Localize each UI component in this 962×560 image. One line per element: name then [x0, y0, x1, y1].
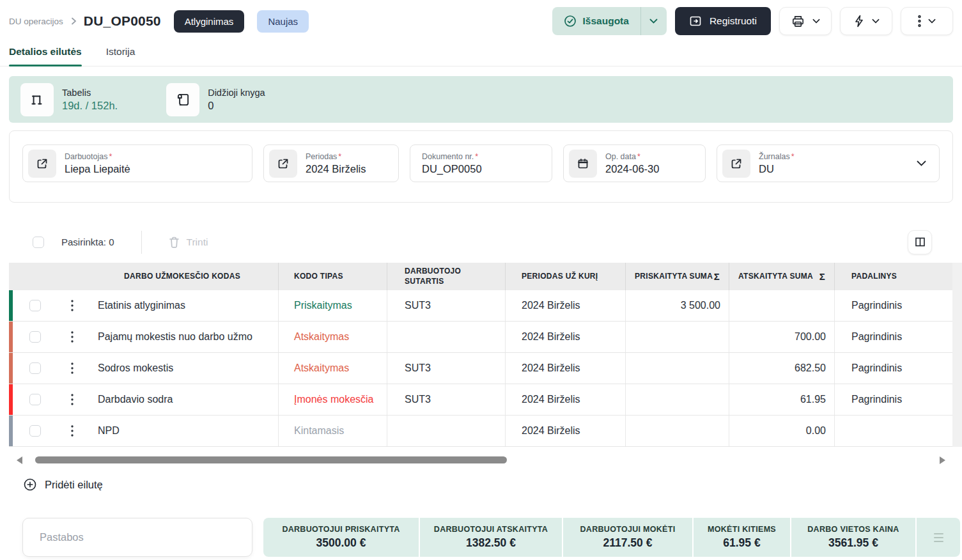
automation-dropdown-button[interactable]: [840, 7, 892, 35]
tab-history[interactable]: Istorija: [106, 40, 136, 66]
row-menu-button[interactable]: [58, 416, 86, 446]
field-texts: Periodas* 2024 Birželis: [306, 152, 366, 175]
register-button[interactable]: Registruoti: [675, 7, 771, 35]
row-checkbox[interactable]: [29, 425, 41, 437]
table-row: Sodros mokestis Atskaitymas SUT3 2024 Bi…: [9, 353, 952, 384]
cell-accrued: [625, 353, 729, 384]
employee-field-value: Liepa Liepaitė: [65, 163, 130, 175]
lightning-icon: [853, 15, 865, 27]
ledger-texts: Didžioji knyga 0: [208, 88, 265, 112]
table-row: Darbdavio sodra Įmonės mokesčia SUT3 202…: [9, 384, 952, 416]
cell-type: Priskaitymas: [278, 290, 387, 321]
document-number-label: Dokumento nr.*: [422, 152, 482, 161]
column-header-code: Darbo užmokesčio kodas: [86, 263, 278, 290]
summary-employee-deducted: DARBUOTOJUI ATSKAITYTA 1382.50 €: [420, 518, 562, 557]
period-field-value: 2024 Birželis: [306, 163, 366, 175]
breadcrumb-parent-link[interactable]: DU operacijos: [9, 17, 63, 26]
timesheet-value: 19d. / 152h.: [62, 100, 118, 112]
sum-icon: Σ: [714, 270, 720, 283]
row-menu-button[interactable]: [58, 384, 86, 415]
add-row-label: Pridėti eilutę: [45, 479, 103, 491]
cell-code: Darbdavio sodra: [86, 384, 278, 415]
cell-contract: SUT3: [387, 290, 505, 321]
cell-accrued: [625, 322, 729, 352]
operation-date-field[interactable]: Op. data* 2024-06-30: [563, 144, 706, 182]
scroll-right-arrow[interactable]: [940, 456, 945, 464]
cell-department: Pagrindinis: [834, 322, 952, 352]
journal-field-value: DU: [759, 163, 795, 175]
topbar-left: DU operacijos DU_OP0050 Atlyginimas Nauj…: [9, 10, 309, 33]
row-checkbox[interactable]: [29, 394, 41, 405]
register-icon: [689, 15, 702, 27]
row-menu-button[interactable]: [58, 353, 86, 384]
kebab-menu-icon: [918, 15, 921, 27]
cell-department: [834, 416, 952, 446]
column-header-type: Kodo tipas: [278, 263, 387, 290]
scroll-left-arrow[interactable]: [17, 456, 22, 464]
journal-field[interactable]: Žurnalas* DU: [717, 144, 940, 182]
saved-split-button: Išsaugota: [552, 7, 667, 35]
saved-button[interactable]: Išsaugota: [552, 15, 640, 27]
calendar-icon: [569, 150, 597, 178]
timesheet-info-item[interactable]: Tabelis 19d. / 152h.: [20, 83, 118, 116]
chevron-down-icon: [872, 19, 880, 24]
table-overflow-gutter: [952, 263, 962, 447]
external-link-icon: [722, 150, 750, 178]
summary-drag-handle-icon[interactable]: [917, 518, 960, 557]
check-circle-icon: [564, 15, 577, 27]
header-spacer: [9, 263, 86, 290]
ledger-scroll-icon: [166, 83, 199, 116]
period-field[interactable]: Periodas* 2024 Birželis: [263, 144, 399, 182]
cell-period: 2024 Birželis: [505, 353, 625, 384]
row-checkbox[interactable]: [29, 362, 41, 374]
row-checkbox-cell: [13, 290, 58, 321]
add-row-button[interactable]: Pridėti eilutę: [24, 478, 103, 491]
breadcrumb-chevron-icon: [70, 17, 77, 26]
cell-type: Atskaitymas: [278, 322, 387, 352]
horizontal-scrollbar: [9, 455, 953, 465]
timesheet-label: Tabelis: [62, 88, 118, 98]
ledger-label: Didžioji knyga: [208, 88, 265, 98]
timesheet-icon: [20, 83, 54, 116]
column-header-department: Padalinys: [834, 263, 952, 290]
tab-detail-lines[interactable]: Detalios eilutės: [9, 40, 82, 66]
row-checkbox-cell: [13, 322, 58, 352]
more-actions-dropdown-button[interactable]: [901, 7, 953, 35]
notes-input[interactable]: [22, 518, 252, 557]
kebab-menu-icon: [71, 425, 74, 437]
employee-field-label: Darbuotojas*: [65, 152, 130, 161]
cell-type: Kintamasis: [278, 416, 387, 446]
row-checkbox[interactable]: [29, 331, 41, 343]
cell-contract: SUT3: [387, 384, 505, 415]
row-checkbox-cell: [13, 384, 58, 415]
employee-field[interactable]: Darbuotojas* Liepa Liepaitė: [22, 144, 252, 182]
field-texts: Op. data* 2024-06-30: [605, 152, 659, 175]
cell-code: NPD: [86, 416, 278, 446]
chevron-down-icon: [917, 160, 926, 166]
column-header-contract: Darbuotojo sutartis: [387, 263, 505, 290]
table-header-row: Darbo užmokesčio kodas Kodo tipas Darbuo…: [9, 263, 952, 290]
printer-icon: [791, 14, 805, 29]
row-checkbox-cell: [13, 353, 58, 384]
row-checkbox[interactable]: [29, 300, 41, 311]
saved-dropdown-button[interactable]: [641, 19, 667, 24]
field-texts: Darbuotojas* Liepa Liepaitė: [65, 152, 130, 175]
sum-icon: Σ: [819, 270, 825, 283]
row-menu-button[interactable]: [58, 290, 86, 321]
summary-employee-accrued: DARBUOTOJUI PRISKAITYTA 3500.00 €: [263, 518, 419, 557]
register-button-label: Registruoti: [710, 15, 757, 27]
document-number-field[interactable]: Dokumento nr.* DU_OP0050: [410, 144, 552, 182]
general-ledger-info-item[interactable]: Didžioji knyga 0: [166, 83, 265, 116]
kebab-menu-icon: [71, 331, 74, 343]
info-bar: Tabelis 19d. / 152h. Didžioji knyga 0: [9, 76, 953, 123]
delete-rows-button[interactable]: Trinti: [168, 236, 208, 249]
scrollbar-thumb[interactable]: [35, 456, 507, 463]
cell-period: 2024 Birželis: [505, 384, 625, 415]
print-dropdown-button[interactable]: [779, 7, 832, 35]
row-menu-button[interactable]: [58, 322, 86, 352]
select-all-checkbox[interactable]: [33, 237, 44, 248]
external-link-icon: [269, 150, 297, 178]
cell-period: 2024 Birželis: [505, 322, 625, 352]
column-settings-button[interactable]: [908, 230, 932, 254]
cell-period: 2024 Birželis: [505, 290, 625, 321]
